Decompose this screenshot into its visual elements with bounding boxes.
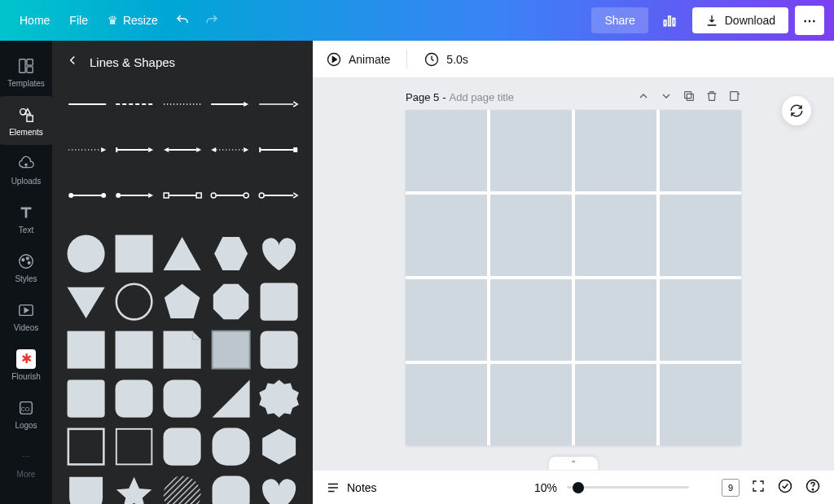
shape-square-outline[interactable] (65, 426, 107, 467)
grid-cell[interactable] (406, 195, 487, 276)
grid-cell[interactable] (406, 364, 487, 445)
line-filled-circles[interactable] (65, 174, 109, 217)
animate-button[interactable]: Animate (326, 51, 390, 68)
shape-triangle[interactable] (161, 233, 203, 274)
grid-cell[interactable] (660, 195, 741, 276)
grid-cell[interactable] (490, 364, 572, 445)
insights-button[interactable] (655, 6, 684, 35)
grid-cell[interactable] (406, 110, 487, 191)
grid-cell[interactable] (490, 195, 572, 276)
redo-button[interactable] (197, 6, 226, 35)
duration-button[interactable]: 5.0s (424, 51, 467, 68)
line-bar-square[interactable] (256, 129, 300, 171)
grid-cell[interactable] (575, 195, 656, 276)
shape-square3[interactable] (113, 329, 155, 370)
expand-pages-tab[interactable]: ⌃ (549, 457, 598, 470)
share-button[interactable]: Share (591, 7, 647, 33)
grid-cell[interactable] (660, 110, 741, 191)
grid-cell[interactable] (406, 279, 487, 361)
undo-button[interactable] (168, 6, 197, 35)
grid-cell[interactable] (490, 279, 572, 361)
rail-more[interactable]: ⋯ More (0, 438, 52, 487)
fullscreen-button[interactable] (751, 479, 766, 496)
shape-rounded-square[interactable] (258, 281, 300, 322)
shape-right-triangle[interactable] (210, 378, 252, 419)
line-open-circle-arrow[interactable] (256, 174, 300, 217)
shape-rect[interactable] (65, 378, 107, 419)
shape-octagon[interactable] (210, 281, 252, 322)
file-button[interactable]: File (59, 7, 98, 33)
page-down[interactable] (660, 90, 673, 105)
grid-cell[interactable] (660, 364, 741, 445)
page-up[interactable] (637, 90, 650, 105)
rail-text[interactable]: Text (0, 194, 52, 243)
shape-heart[interactable] (258, 233, 300, 274)
page-canvas[interactable] (406, 110, 741, 445)
shape-heart2[interactable] (258, 474, 300, 504)
rail-uploads[interactable]: Uploads (0, 145, 52, 194)
shape-circle-outline[interactable] (113, 281, 155, 322)
grid-cell[interactable] (660, 279, 741, 361)
notes-button[interactable]: Notes (326, 480, 377, 495)
line-dotted-arrow[interactable] (65, 129, 109, 171)
line-arrow-right-thin[interactable] (256, 83, 300, 125)
line-bar-arrow[interactable] (112, 129, 156, 171)
shape-rounded-square4[interactable] (161, 378, 203, 419)
rail-templates[interactable]: Templates (0, 47, 52, 96)
check-button[interactable] (777, 478, 793, 497)
line-circle-arrow[interactable] (112, 174, 156, 217)
sidepanel-body[interactable] (52, 83, 313, 504)
shape-square-outline2[interactable] (113, 426, 155, 467)
shape-rounded-square3[interactable] (113, 378, 155, 419)
shape-hexagon[interactable] (210, 233, 252, 274)
line-double-arrow-dotted[interactable] (208, 129, 252, 171)
help-button[interactable] (805, 478, 821, 497)
line-solid[interactable] (65, 83, 109, 125)
rail-flourish[interactable]: ✱ Flourish (0, 340, 52, 389)
shape-star[interactable] (113, 474, 155, 504)
page-add[interactable] (728, 90, 741, 105)
grid-cell[interactable] (575, 364, 656, 445)
shape-seal[interactable] (258, 378, 300, 419)
grid-cell[interactable] (575, 279, 656, 361)
shape-squircle[interactable] (210, 426, 252, 467)
shape-square[interactable] (113, 233, 155, 274)
shape-hatched-circle[interactable] (161, 474, 203, 504)
page-delete[interactable] (705, 90, 718, 105)
shape-rounded-square2[interactable] (258, 329, 300, 370)
page-title-input[interactable]: Add page title (450, 91, 515, 103)
grid-cell[interactable] (575, 110, 656, 191)
shape-rounded-square6[interactable] (210, 474, 252, 504)
download-button[interactable]: Download (692, 7, 788, 33)
refresh-fab[interactable] (782, 96, 811, 125)
line-dotted[interactable] (160, 83, 204, 125)
grid-cell[interactable] (490, 110, 572, 191)
rail-elements[interactable]: Elements (0, 96, 52, 145)
resize-button[interactable]: ♛ Resize (98, 7, 168, 33)
rail-styles[interactable]: Styles (0, 243, 52, 291)
back-button[interactable] (65, 53, 80, 71)
shape-circle[interactable] (65, 233, 107, 274)
line-arrow-right[interactable] (208, 83, 252, 125)
shape-pentagon[interactable] (161, 281, 203, 322)
canvas-scroll[interactable]: Page 5 - Add page title (313, 78, 834, 470)
line-dashed[interactable] (112, 83, 156, 125)
shape-hexagon2[interactable] (258, 426, 300, 467)
shape-triangle-down[interactable] (65, 281, 107, 322)
rail-videos[interactable]: Videos (0, 291, 52, 340)
zoom-slider[interactable] (567, 486, 689, 489)
shape-rounded-square5[interactable] (161, 426, 203, 467)
more-button[interactable]: ⋯ (795, 6, 824, 35)
shape-square-border[interactable] (210, 329, 252, 370)
shape-square2[interactable] (65, 329, 107, 370)
line-double-arrow[interactable] (160, 129, 204, 171)
shape-shield[interactable] (65, 474, 107, 504)
rail-logos[interactable]: CO. Logos (0, 389, 52, 438)
zoom-knob[interactable] (573, 482, 584, 493)
line-open-circles[interactable] (208, 174, 252, 217)
line-open-squares[interactable] (160, 174, 204, 217)
shape-folded[interactable] (161, 329, 203, 370)
home-button[interactable]: Home (10, 7, 59, 33)
page-count[interactable]: 9 (722, 479, 740, 497)
page-duplicate[interactable] (683, 90, 696, 105)
